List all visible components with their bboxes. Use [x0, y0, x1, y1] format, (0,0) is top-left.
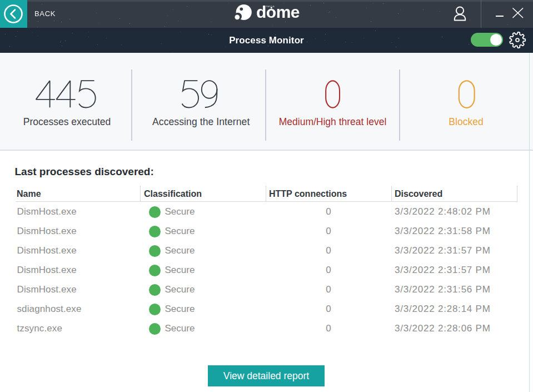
svg-text:dome: dome	[256, 3, 300, 21]
